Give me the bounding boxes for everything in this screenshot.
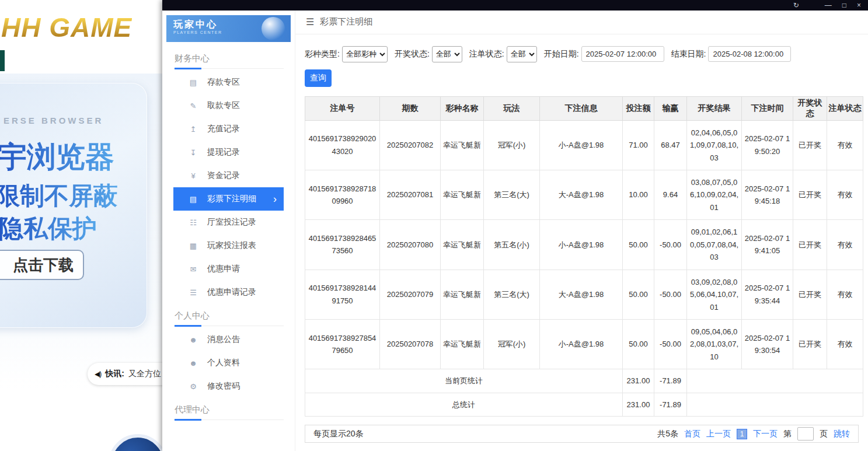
table-header-cell: 玩法 — [484, 96, 540, 120]
summary-cell: -71.89 — [654, 393, 687, 416]
sidebar-item-profile[interactable]: ☻个人资料 — [173, 351, 284, 375]
pagination-controls: 共5条 首页 上一页 1 下一页 第 页 跳转 — [657, 427, 850, 440]
table-cell: 小-A盘@1.98 — [540, 120, 623, 170]
table-body: 40156917389290204302020250207082幸运飞艇新冠军(… — [305, 120, 863, 416]
table-cell: 71.00 — [623, 120, 654, 170]
table-cell: 03,08,07,05,06,10,09,02,04,01 — [687, 170, 742, 220]
table-header-cell: 注单状态 — [827, 96, 863, 120]
table-row: 40156917389278547965020250207078幸运飞艇新冠军(… — [305, 319, 863, 369]
table-cell: 有效 — [827, 170, 863, 220]
lottery-type-label: 彩种类型: — [305, 49, 340, 60]
sidebar-header: 玩家中心 PLAYERS CENTER — [166, 15, 291, 42]
sidebar-item-label: 存款专区 — [207, 77, 240, 88]
sidebar-item-label: 充值记录 — [207, 124, 240, 134]
table-cell: 401569173892785479650 — [305, 319, 380, 369]
sidebar-item-hall-bets[interactable]: ☷厅室投注记录 — [173, 211, 284, 234]
sidebar-item-withdrawal[interactable]: ↧提现记录 — [173, 141, 284, 164]
end-date-input[interactable] — [708, 46, 791, 62]
table-cell: 401569173892902043020 — [305, 120, 380, 170]
recharge-icon: ↥ — [189, 125, 198, 134]
promo-apply-icon: ✉ — [189, 265, 198, 274]
table-cell: 401569173892846573560 — [305, 220, 380, 270]
summary-cell: 231.00 — [623, 369, 654, 393]
total-count-label: 共5条 — [657, 429, 678, 439]
player-center-window: ↻ — □ × 玩家中心 PLAYERS CENTER 财务中心▤存款专区✎取款… — [162, 0, 868, 451]
sidebar-item-label: 个人资料 — [207, 358, 240, 368]
table-cell: 冠军(小) — [484, 319, 540, 369]
sidebar-item-report[interactable]: ▦玩家投注报表 — [173, 234, 284, 257]
report-icon: ▦ — [189, 242, 198, 250]
table-header-cell: 彩种名称 — [441, 96, 484, 120]
promo-english-text: ERSE BROWSER — [4, 116, 103, 125]
current-page-button[interactable]: 1 — [737, 429, 747, 439]
search-row: 查询 — [295, 62, 868, 87]
sidebar-item-deposit[interactable]: ▤存款专区 — [173, 71, 284, 94]
maximize-icon[interactable]: □ — [842, 0, 846, 11]
sidebar-item-announcement[interactable]: ☻消息公告 — [173, 328, 284, 351]
lottery-type-select[interactable]: 全部彩种 — [342, 46, 388, 62]
table-header-row: 注单号期数彩种名称玩法下注信息投注额输赢开奖结果下注时间开奖状态注单状态 — [305, 96, 863, 120]
first-page-link[interactable]: 首页 — [684, 429, 700, 439]
table-row: 40156917389284657356020250207080幸运飞艇新第五名… — [305, 220, 863, 270]
sidebar-item-password[interactable]: ⚙修改密码 — [173, 375, 284, 398]
table-cell: 20250207079 — [380, 270, 441, 319]
summary-cell — [687, 393, 863, 416]
site-logo: HH GAME — [1, 12, 132, 43]
withdrawal-icon: ↧ — [189, 148, 198, 157]
next-page-link[interactable]: 下一页 — [753, 429, 778, 439]
profile-icon: ☻ — [189, 359, 198, 368]
table-header-cell: 输赢 — [654, 96, 687, 120]
summary-row: 当前页统计231.00-71.89 — [305, 369, 863, 393]
screen: HH GAME ERSE BROWSER 宇浏览器 限制不屏蔽 隐私保护 点击下… — [0, 0, 868, 451]
sidebar-item-withdraw[interactable]: ✎取款专区 — [173, 94, 284, 117]
table-cell: 9.64 — [654, 170, 687, 220]
table-header-cell: 下注信息 — [540, 96, 623, 120]
refresh-icon[interactable]: ↻ — [793, 0, 799, 11]
sidebar-item-promo-apply[interactable]: ✉优惠申请 — [173, 257, 284, 281]
close-icon[interactable]: × — [857, 0, 861, 11]
table-cell: 401569173892871809960 — [305, 170, 380, 220]
sidebar-item-funds[interactable]: ¥资金记录 — [173, 164, 284, 187]
table-cell: 已开奖 — [793, 120, 827, 170]
table-header-cell: 投注额 — [623, 96, 654, 120]
table-cell: 20250207081 — [380, 170, 441, 220]
sidebar-item-promo-records[interactable]: ☰优惠申请记录 — [173, 281, 284, 304]
summary-cell: 231.00 — [623, 393, 654, 416]
draw-status-select[interactable]: 全部 — [432, 46, 462, 62]
order-status-select[interactable]: 全部 — [507, 46, 537, 62]
hamburger-icon[interactable]: ☰ — [306, 16, 314, 27]
table-cell: 2025-02-07 19:45:18 — [742, 170, 793, 220]
table-cell: 20250207082 — [380, 120, 441, 170]
table-cell: 小-A盘@1.98 — [540, 220, 623, 270]
table-cell: -50.00 — [654, 270, 687, 319]
prev-page-link[interactable]: 上一页 — [706, 429, 731, 439]
breadcrumb: ☰ 彩票下注明细 — [295, 11, 868, 34]
table-cell: 大-A盘@1.98 — [540, 270, 623, 319]
table-cell: 50.00 — [623, 270, 654, 319]
start-date-input[interactable] — [581, 46, 664, 62]
sidebar-item-label: 厅室投注记录 — [207, 217, 256, 228]
sidebar-item-label: 玩家投注报表 — [207, 240, 256, 251]
table-cell: 有效 — [827, 120, 863, 170]
table-cell: 03,09,02,08,05,06,04,10,07,01 — [687, 270, 742, 319]
page-jump-input[interactable] — [797, 427, 814, 440]
table-cell: 09,05,04,06,02,08,01,03,07,10 — [687, 319, 742, 369]
withdraw-icon: ✎ — [189, 102, 198, 110]
download-button[interactable]: 点击下载 — [0, 250, 84, 280]
table-cell: 02,04,06,05,01,09,07,08,10,03 — [687, 120, 742, 170]
sidebar-item-recharge[interactable]: ↥充值记录 — [173, 117, 284, 141]
table-cell: 09,01,02,06,10,05,07,08,04,03 — [687, 220, 742, 270]
pagination-bar: 每页显示20条 共5条 首页 上一页 1 下一页 第 页 跳转 — [305, 425, 859, 443]
promo-records-icon: ☰ — [189, 288, 198, 297]
search-button[interactable]: 查询 — [305, 69, 332, 87]
jump-button[interactable]: 跳转 — [834, 429, 850, 439]
table-cell: 冠军(小) — [484, 120, 540, 170]
table-cell: -50.00 — [654, 319, 687, 369]
minimize-icon[interactable]: — — [825, 0, 832, 11]
table-cell: 已开奖 — [793, 220, 827, 270]
sidebar-item-label: 提现记录 — [207, 147, 240, 158]
ticker-text: 又全方位 — [128, 369, 161, 379]
promo-line3: 隐私保护 — [0, 212, 97, 245]
table-cell: 401569173892814491750 — [305, 270, 380, 319]
sidebar-item-lottery-bets[interactable]: ▤彩票下注明细› — [173, 187, 284, 211]
